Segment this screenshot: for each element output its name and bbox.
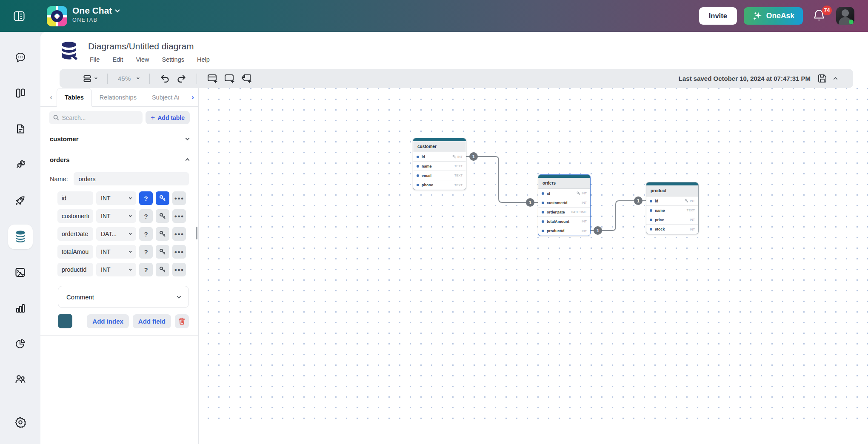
field-options-button[interactable]: ●●● bbox=[172, 245, 186, 259]
primary-key-toggle[interactable] bbox=[156, 209, 169, 223]
menu-file[interactable]: File bbox=[90, 56, 100, 63]
comment-section[interactable]: Comment bbox=[58, 286, 189, 308]
add-area-tool-button[interactable] bbox=[224, 74, 235, 84]
panel-scrollbar[interactable] bbox=[196, 227, 197, 239]
menu-help[interactable]: Help bbox=[197, 56, 210, 63]
field-options-button[interactable]: ●●● bbox=[172, 209, 186, 223]
layout-button[interactable] bbox=[83, 75, 97, 83]
bar-chart-icon[interactable] bbox=[14, 302, 27, 315]
delete-table-button[interactable] bbox=[175, 314, 189, 328]
table-field-row[interactable]: id INT bbox=[413, 152, 466, 162]
primary-key-toggle[interactable] bbox=[156, 245, 169, 259]
search-input[interactable] bbox=[62, 114, 138, 121]
undo-button[interactable] bbox=[160, 74, 170, 83]
table-field-row[interactable]: stock INT bbox=[646, 225, 698, 234]
oneask-button[interactable]: OneAsk bbox=[744, 7, 803, 25]
workspace-name: ONETAB bbox=[72, 17, 119, 23]
menu-edit[interactable]: Edit bbox=[112, 56, 123, 63]
table-field-row[interactable]: name TEXT bbox=[646, 206, 698, 215]
nullable-toggle[interactable]: ? bbox=[139, 245, 153, 259]
field-type-select[interactable]: INT bbox=[96, 209, 136, 223]
canvas-table-product[interactable]: product id INT name TEXT price INT stock… bbox=[646, 182, 699, 234]
table-field-row[interactable]: productId INT bbox=[538, 226, 590, 236]
tab-relationships[interactable]: Relationships bbox=[92, 88, 144, 106]
app-logo[interactable] bbox=[47, 6, 67, 26]
media-icon[interactable] bbox=[14, 266, 27, 279]
table-accordion-customer[interactable]: customer bbox=[50, 128, 189, 149]
nullable-toggle[interactable]: ? bbox=[139, 263, 153, 276]
add-table-button[interactable]: + Add table bbox=[146, 111, 190, 124]
notifications-button[interactable]: 74 bbox=[813, 9, 826, 23]
pie-chart-icon[interactable] bbox=[14, 337, 27, 350]
primary-key-toggle[interactable] bbox=[156, 191, 169, 205]
nullable-toggle[interactable]: ? bbox=[139, 227, 153, 241]
field-options-button[interactable]: ●●● bbox=[172, 263, 186, 276]
users-icon[interactable] bbox=[14, 373, 27, 386]
table-field-row[interactable]: id INT bbox=[538, 189, 590, 198]
table-field-row[interactable]: id INT bbox=[646, 196, 698, 206]
field-type-select[interactable]: INT bbox=[96, 191, 136, 205]
redo-button[interactable] bbox=[176, 74, 186, 83]
sidebar-toggle-icon[interactable] bbox=[14, 11, 25, 21]
zoom-select[interactable]: 45% bbox=[118, 75, 139, 82]
diagram-canvas[interactable]: 1111 customer id INT name TEXT email TEX… bbox=[199, 88, 868, 444]
field-type: DATETIME bbox=[571, 210, 587, 214]
table-field-row[interactable]: totalAmount INT bbox=[538, 217, 590, 226]
menu-bar: FileEditViewSettingsHelp bbox=[90, 56, 210, 63]
table-color-swatch[interactable] bbox=[58, 314, 72, 328]
tab-tables[interactable]: Tables bbox=[57, 88, 92, 107]
database-icon[interactable] bbox=[8, 225, 33, 249]
field-name-input[interactable] bbox=[57, 191, 93, 205]
document-icon[interactable] bbox=[14, 122, 27, 135]
field-type-select[interactable]: INT bbox=[96, 245, 136, 259]
nullable-toggle[interactable]: ? bbox=[139, 191, 153, 205]
canvas-table-customer[interactable]: customer id INT name TEXT email TEXT pho… bbox=[413, 138, 466, 190]
tabs-scroll-right-button[interactable]: › bbox=[187, 88, 198, 106]
field-options-button[interactable]: ●●● bbox=[172, 191, 186, 205]
add-table-tool-button[interactable] bbox=[207, 74, 218, 84]
kanban-icon[interactable] bbox=[14, 87, 27, 100]
table-accordion-orders[interactable]: orders bbox=[50, 149, 189, 170]
invite-button[interactable]: Invite bbox=[699, 7, 737, 25]
canvas-table-orders[interactable]: orders id INT customerId INT orderDate D… bbox=[538, 174, 591, 236]
menu-settings[interactable]: Settings bbox=[162, 56, 184, 63]
add-index-button[interactable]: Add index bbox=[87, 314, 129, 328]
plug-icon[interactable] bbox=[14, 158, 27, 171]
menu-view[interactable]: View bbox=[136, 56, 149, 63]
settings-icon[interactable] bbox=[14, 416, 27, 429]
field-type-select[interactable]: INT bbox=[96, 263, 136, 276]
table-field-row[interactable]: email TEXT bbox=[413, 171, 466, 180]
field-name-input[interactable] bbox=[57, 263, 93, 276]
nullable-toggle[interactable]: ? bbox=[139, 209, 153, 223]
primary-key-toggle[interactable] bbox=[156, 263, 169, 276]
field-dot bbox=[417, 165, 419, 168]
workspace-switcher[interactable]: One Chat bbox=[72, 6, 119, 16]
field-options-button[interactable]: ●●● bbox=[172, 227, 186, 241]
table-field-row[interactable]: phone TEXT bbox=[413, 180, 466, 190]
avatar[interactable] bbox=[836, 7, 854, 25]
field-dot bbox=[542, 211, 544, 213]
table-field-row[interactable]: price INT bbox=[646, 215, 698, 225]
table-title: product bbox=[646, 185, 698, 196]
field-type-select[interactable]: DAT... bbox=[96, 227, 136, 241]
add-field-button[interactable]: Add field bbox=[133, 314, 171, 328]
collapse-toolbar-button[interactable] bbox=[834, 77, 837, 80]
save-button[interactable] bbox=[817, 74, 827, 83]
table-field-row[interactable]: orderDate DATETIME bbox=[538, 208, 590, 217]
chat-icon[interactable] bbox=[14, 51, 27, 64]
table-name-input[interactable] bbox=[74, 172, 189, 185]
primary-key-toggle[interactable] bbox=[156, 227, 169, 241]
field-name-input[interactable] bbox=[57, 227, 93, 241]
table-field-row[interactable]: customerId INT bbox=[538, 198, 590, 208]
field-dot bbox=[650, 200, 652, 202]
table-field-row[interactable]: name TEXT bbox=[413, 162, 466, 171]
add-note-tool-button[interactable] bbox=[241, 74, 252, 84]
field-name-input[interactable] bbox=[57, 209, 93, 223]
plus-icon: + bbox=[151, 114, 155, 122]
divider bbox=[197, 74, 197, 84]
tab-subject-areas[interactable]: Subject Areas bbox=[144, 88, 179, 106]
rocket-icon[interactable] bbox=[14, 194, 27, 207]
chevron-up-icon bbox=[834, 77, 838, 81]
field-name-input[interactable] bbox=[57, 245, 93, 259]
tabs-scroll-left-button[interactable]: ‹ bbox=[46, 88, 57, 106]
